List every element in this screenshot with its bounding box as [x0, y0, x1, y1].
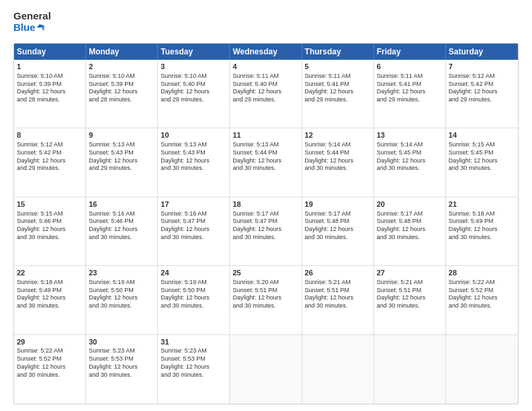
logo: General Blue — [13, 11, 44, 38]
calendar-cell-1: 1Sunrise: 5:10 AM Sunset: 5:39 PM Daylig… — [14, 60, 86, 128]
header-day-monday: Monday — [86, 44, 158, 60]
cell-details: Sunrise: 5:22 AM Sunset: 5:52 PM Dayligh… — [449, 279, 515, 310]
cell-details: Sunrise: 5:17 AM Sunset: 5:48 PM Dayligh… — [377, 210, 443, 242]
calendar-week-2: 8Sunrise: 5:12 AM Sunset: 5:42 PM Daylig… — [14, 128, 518, 197]
calendar-cell-9: 9Sunrise: 5:13 AM Sunset: 5:43 PM Daylig… — [86, 128, 158, 196]
cell-details: Sunrise: 5:14 AM Sunset: 5:45 PM Dayligh… — [377, 141, 443, 173]
header-day-sunday: Sunday — [14, 44, 86, 60]
day-number: 2 — [89, 62, 154, 72]
day-number: 16 — [89, 199, 154, 210]
cell-details: Sunrise: 5:13 AM Sunset: 5:44 PM Dayligh… — [232, 141, 298, 173]
calendar-cell-2: 2Sunrise: 5:10 AM Sunset: 5:39 PM Daylig… — [86, 60, 158, 128]
day-number: 12 — [305, 130, 371, 140]
calendar-cell-empty — [374, 335, 446, 404]
calendar-cell-4: 4Sunrise: 5:11 AM Sunset: 5:40 PM Daylig… — [230, 60, 302, 128]
calendar-cell-6: 6Sunrise: 5:11 AM Sunset: 5:41 PM Daylig… — [374, 60, 446, 128]
cell-details: Sunrise: 5:23 AM Sunset: 5:53 PM Dayligh… — [161, 347, 226, 379]
day-number: 7 — [449, 62, 515, 72]
day-number: 15 — [17, 199, 83, 210]
cell-details: Sunrise: 5:20 AM Sunset: 5:51 PM Dayligh… — [232, 279, 298, 310]
calendar-cell-10: 10Sunrise: 5:13 AM Sunset: 5:43 PM Dayli… — [158, 128, 230, 196]
cell-details: Sunrise: 5:15 AM Sunset: 5:46 PM Dayligh… — [17, 210, 83, 242]
calendar-cell-27: 27Sunrise: 5:21 AM Sunset: 5:51 PM Dayli… — [374, 266, 446, 334]
cell-details: Sunrise: 5:23 AM Sunset: 5:53 PM Dayligh… — [89, 347, 154, 379]
calendar-cell-28: 28Sunrise: 5:22 AM Sunset: 5:52 PM Dayli… — [446, 266, 518, 334]
cell-details: Sunrise: 5:14 AM Sunset: 5:44 PM Dayligh… — [305, 141, 371, 173]
cell-details: Sunrise: 5:12 AM Sunset: 5:42 PM Dayligh… — [449, 73, 515, 104]
calendar-cell-15: 15Sunrise: 5:15 AM Sunset: 5:46 PM Dayli… — [14, 197, 86, 265]
calendar-cell-17: 17Sunrise: 5:16 AM Sunset: 5:47 PM Dayli… — [158, 197, 230, 265]
day-number: 22 — [17, 268, 83, 278]
day-number: 4 — [232, 62, 298, 72]
day-number: 19 — [305, 199, 371, 210]
day-number: 14 — [449, 130, 515, 140]
cell-details: Sunrise: 5:10 AM Sunset: 5:40 PM Dayligh… — [161, 73, 226, 104]
day-number: 3 — [161, 62, 226, 72]
cell-details: Sunrise: 5:11 AM Sunset: 5:40 PM Dayligh… — [232, 73, 298, 104]
day-number: 6 — [377, 62, 443, 72]
day-number: 27 — [377, 268, 443, 278]
calendar-cell-21: 21Sunrise: 5:18 AM Sunset: 5:49 PM Dayli… — [446, 197, 518, 265]
calendar-week-4: 22Sunrise: 5:18 AM Sunset: 5:49 PM Dayli… — [14, 266, 518, 334]
day-number: 29 — [17, 337, 83, 347]
header: General Blue — [13, 11, 519, 38]
cell-details: Sunrise: 5:22 AM Sunset: 5:52 PM Dayligh… — [17, 347, 83, 379]
cell-details: Sunrise: 5:19 AM Sunset: 5:50 PM Dayligh… — [89, 279, 154, 310]
calendar-cell-24: 24Sunrise: 5:19 AM Sunset: 5:50 PM Dayli… — [158, 266, 230, 334]
cell-details: Sunrise: 5:12 AM Sunset: 5:42 PM Dayligh… — [17, 141, 83, 173]
day-number: 11 — [232, 130, 298, 140]
calendar-cell-16: 16Sunrise: 5:16 AM Sunset: 5:46 PM Dayli… — [86, 197, 158, 265]
day-number: 25 — [232, 268, 298, 278]
calendar-cell-26: 26Sunrise: 5:21 AM Sunset: 5:51 PM Dayli… — [302, 266, 374, 334]
header-day-saturday: Saturday — [446, 44, 518, 60]
cell-details: Sunrise: 5:18 AM Sunset: 5:49 PM Dayligh… — [17, 279, 83, 310]
calendar-cell-22: 22Sunrise: 5:18 AM Sunset: 5:49 PM Dayli… — [14, 266, 86, 334]
cell-details: Sunrise: 5:13 AM Sunset: 5:43 PM Dayligh… — [161, 141, 226, 173]
cell-details: Sunrise: 5:21 AM Sunset: 5:51 PM Dayligh… — [305, 279, 371, 310]
day-number: 10 — [161, 130, 226, 140]
calendar-week-1: 1Sunrise: 5:10 AM Sunset: 5:39 PM Daylig… — [14, 60, 518, 128]
calendar-cell-20: 20Sunrise: 5:17 AM Sunset: 5:48 PM Dayli… — [374, 197, 446, 265]
cell-details: Sunrise: 5:16 AM Sunset: 5:47 PM Dayligh… — [161, 210, 226, 242]
day-number: 31 — [161, 337, 226, 347]
page: General Blue SundayMondayTuesdayWednesda… — [0, 0, 532, 411]
cell-details: Sunrise: 5:17 AM Sunset: 5:48 PM Dayligh… — [305, 210, 371, 242]
day-number: 30 — [89, 337, 154, 347]
day-number: 13 — [377, 130, 443, 140]
cell-details: Sunrise: 5:17 AM Sunset: 5:47 PM Dayligh… — [232, 210, 298, 242]
calendar-cell-empty — [446, 335, 518, 404]
cell-details: Sunrise: 5:19 AM Sunset: 5:50 PM Dayligh… — [161, 279, 226, 310]
header-day-tuesday: Tuesday — [158, 44, 230, 60]
cell-details: Sunrise: 5:10 AM Sunset: 5:39 PM Dayligh… — [89, 73, 154, 104]
header-day-thursday: Thursday — [302, 44, 374, 60]
calendar-cell-18: 18Sunrise: 5:17 AM Sunset: 5:47 PM Dayli… — [230, 197, 302, 265]
day-number: 21 — [449, 199, 515, 210]
day-number: 9 — [89, 130, 154, 140]
day-number: 8 — [17, 130, 83, 140]
calendar-cell-empty — [302, 335, 374, 404]
header-day-wednesday: Wednesday — [230, 44, 302, 60]
calendar-cell-empty — [230, 335, 302, 404]
calendar-body: 1Sunrise: 5:10 AM Sunset: 5:39 PM Daylig… — [14, 60, 518, 404]
cell-details: Sunrise: 5:11 AM Sunset: 5:41 PM Dayligh… — [377, 73, 443, 104]
calendar-cell-5: 5Sunrise: 5:11 AM Sunset: 5:41 PM Daylig… — [302, 60, 374, 128]
calendar-cell-19: 19Sunrise: 5:17 AM Sunset: 5:48 PM Dayli… — [302, 197, 374, 265]
calendar-cell-7: 7Sunrise: 5:12 AM Sunset: 5:42 PM Daylig… — [446, 60, 518, 128]
calendar-cell-23: 23Sunrise: 5:19 AM Sunset: 5:50 PM Dayli… — [86, 266, 158, 334]
day-number: 20 — [377, 199, 443, 210]
calendar-header: SundayMondayTuesdayWednesdayThursdayFrid… — [14, 44, 518, 60]
day-number: 23 — [89, 268, 154, 278]
calendar-cell-12: 12Sunrise: 5:14 AM Sunset: 5:44 PM Dayli… — [302, 128, 374, 196]
calendar-cell-3: 3Sunrise: 5:10 AM Sunset: 5:40 PM Daylig… — [158, 60, 230, 128]
calendar-week-3: 15Sunrise: 5:15 AM Sunset: 5:46 PM Dayli… — [14, 197, 518, 266]
cell-details: Sunrise: 5:21 AM Sunset: 5:51 PM Dayligh… — [377, 279, 443, 310]
day-number: 5 — [305, 62, 371, 72]
calendar-cell-30: 30Sunrise: 5:23 AM Sunset: 5:53 PM Dayli… — [86, 335, 158, 404]
calendar: SundayMondayTuesdayWednesdayThursdayFrid… — [13, 43, 519, 404]
day-number: 17 — [161, 199, 226, 210]
calendar-week-5: 29Sunrise: 5:22 AM Sunset: 5:52 PM Dayli… — [14, 335, 518, 404]
calendar-cell-31: 31Sunrise: 5:23 AM Sunset: 5:53 PM Dayli… — [158, 335, 230, 404]
day-number: 18 — [232, 199, 298, 210]
cell-details: Sunrise: 5:16 AM Sunset: 5:46 PM Dayligh… — [89, 210, 154, 242]
calendar-cell-29: 29Sunrise: 5:22 AM Sunset: 5:52 PM Dayli… — [14, 335, 86, 404]
